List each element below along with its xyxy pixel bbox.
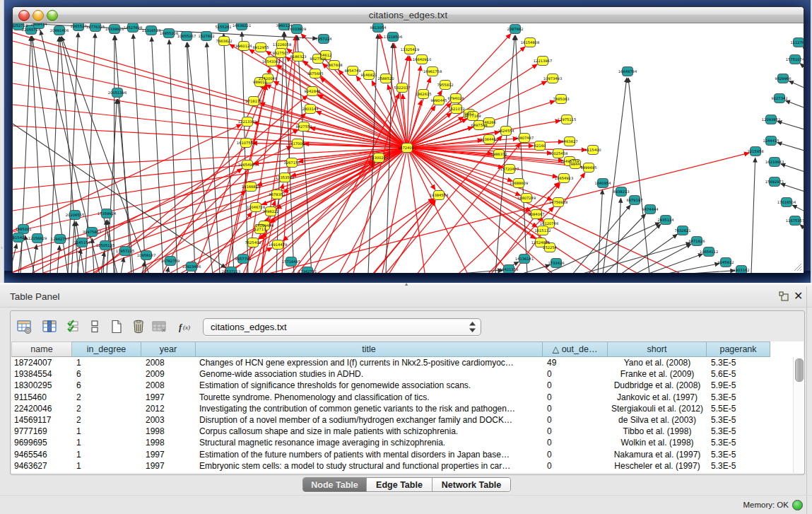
cell-title[interactable]: Corpus callosum shape and size in male p… — [196, 426, 546, 437]
column-header-short[interactable]: short — [608, 341, 707, 357]
cell-year[interactable]: 2009 — [141, 368, 200, 380]
graph-edge[interactable] — [792, 205, 804, 214]
graph-edge-selected[interactable] — [407, 113, 452, 148]
cell-year[interactable]: 1998 — [141, 437, 200, 448]
cell-pagerank[interactable]: 5.3E-5 — [707, 460, 775, 472]
graph-edge[interactable] — [781, 164, 804, 173]
cell-out_de[interactable]: 0 — [543, 414, 612, 426]
cell-short[interactable]: Dudbridge et al. (2008) — [608, 380, 707, 391]
column-header-in_degree[interactable]: in_degree — [72, 341, 141, 357]
graph-edge-selected[interactable] — [13, 148, 407, 168]
cell-in_degree[interactable]: 6 — [72, 380, 146, 391]
cell-short[interactable]: Wolkin et al. (1998) — [608, 437, 707, 448]
graph-edge[interactable] — [777, 122, 804, 131]
graph-edge[interactable] — [151, 37, 163, 273]
cell-short[interactable]: Tibbo et al. (1998) — [608, 426, 707, 437]
column-header-year[interactable]: year — [141, 341, 196, 357]
float-panel-icon[interactable] — [779, 291, 789, 302]
cell-pagerank[interactable]: 5.3E-5 — [707, 437, 775, 448]
delete-table-icon[interactable] — [151, 317, 169, 337]
table-row[interactable]: 1830029562008Estimation of significance … — [11, 380, 792, 391]
graph-edge[interactable] — [33, 245, 37, 273]
cell-title[interactable]: Disruption of a novel member of a sodium… — [196, 414, 546, 426]
cell-year[interactable]: 1997 — [141, 449, 200, 460]
cell-pagerank[interactable]: 5.3E-5 — [707, 357, 775, 368]
tab-network-table[interactable]: Network Table — [433, 478, 510, 491]
cell-title[interactable]: Estimation of significance thresholds fo… — [196, 380, 546, 391]
network-table-selector[interactable]: citations_edges.txt — [203, 318, 481, 336]
cell-name[interactable]: 19384554 — [11, 368, 75, 380]
cell-short[interactable]: de Silva et al. (2003) — [608, 414, 707, 426]
graph-edge[interactable] — [223, 33, 234, 273]
cell-title[interactable]: Structural magnetic resonance image aver… — [196, 437, 546, 448]
cell-in_degree[interactable]: 2 — [72, 414, 146, 426]
graph-edge[interactable] — [803, 47, 804, 54]
create-column-icon[interactable] — [108, 317, 126, 337]
cell-year[interactable]: 2012 — [141, 403, 200, 414]
select-rows-icon[interactable] — [65, 317, 83, 337]
column-header-out_de[interactable]: △ out_de… — [543, 341, 608, 357]
graph-edge[interactable] — [520, 265, 550, 273]
cell-short[interactable]: Nakamura et al. (1997) — [608, 449, 707, 460]
function-builder-icon[interactable]: f(x) — [177, 317, 195, 337]
cell-in_degree[interactable]: 2 — [72, 403, 146, 414]
show-columns-icon[interactable] — [41, 317, 59, 337]
cell-name[interactable]: 9699695 — [11, 437, 75, 448]
cell-pagerank[interactable]: 5.3E-5 — [707, 426, 775, 437]
graph-edge[interactable] — [169, 40, 177, 273]
delete-column-icon[interactable] — [130, 317, 148, 337]
cell-out_de[interactable]: 0 — [543, 380, 612, 391]
table-row[interactable]: 1938455462009Genome-wide association stu… — [11, 368, 792, 380]
cell-out_de[interactable]: 0 — [543, 460, 612, 472]
column-header-name[interactable]: name — [11, 341, 72, 357]
graph-edge-selected[interactable] — [13, 33, 407, 148]
graph-edge[interactable] — [789, 81, 804, 90]
table-row[interactable]: 1872400712008Changes of HCN gene express… — [11, 357, 792, 368]
network-window-titlebar[interactable]: citations_edges.txt — [13, 7, 804, 23]
cell-pagerank[interactable]: 5.9E-5 — [707, 380, 775, 391]
cell-short[interactable]: Stergiakouli et al. (2012) — [608, 403, 707, 414]
cell-out_de[interactable]: 0 — [543, 368, 612, 380]
cell-short[interactable]: Franke et al. (2009) — [608, 368, 707, 380]
graph-edge-selected[interactable] — [425, 173, 585, 273]
table-row[interactable]: 1456911722003Disruption of a novel membe… — [11, 414, 792, 426]
row-height-icon[interactable] — [86, 317, 105, 337]
cell-title[interactable]: Investigating the contribution of common… — [196, 403, 546, 414]
graph-edge-selected[interactable] — [382, 148, 407, 273]
graph-edge[interactable] — [580, 243, 690, 273]
cell-out_de[interactable]: 49 — [543, 357, 612, 368]
cell-title[interactable]: Estimation of the future numbers of pati… — [196, 449, 546, 460]
cell-year[interactable]: 1998 — [141, 426, 200, 437]
cell-name[interactable]: 14569117 — [11, 414, 75, 426]
table-options-icon[interactable] — [16, 317, 34, 337]
table-row[interactable]: 946362711997Embryonic stem cells: a mode… — [11, 460, 792, 472]
graph-edge[interactable] — [71, 221, 74, 273]
column-header-pagerank[interactable]: pagerank — [707, 341, 770, 357]
cell-out_de[interactable]: 0 — [543, 437, 612, 448]
cell-pagerank[interactable]: 5.3E-5 — [707, 449, 775, 460]
cell-year[interactable]: 2008 — [141, 357, 200, 368]
table-row[interactable]: 977716911998Corpus callosum shape and si… — [11, 426, 792, 437]
graph-edge[interactable] — [785, 100, 804, 110]
cell-pagerank[interactable]: 5.3E-5 — [707, 392, 775, 403]
tab-edge-table[interactable]: Edge Table — [367, 478, 433, 491]
table-row[interactable]: 969969511998Structural magnetic resonanc… — [11, 437, 792, 448]
memory-status-indicator[interactable] — [792, 500, 803, 510]
cell-year[interactable]: 1997 — [141, 392, 200, 403]
cell-name[interactable]: 18300295 — [11, 380, 75, 391]
graph-edge[interactable] — [777, 143, 804, 152]
cell-title[interactable]: Genome-wide association studies in ADHD. — [196, 368, 546, 380]
cell-name[interactable]: 9115460 — [11, 392, 75, 403]
cell-short[interactable]: Jankovic et al. (1997) — [608, 392, 707, 403]
cell-year[interactable]: 2003 — [141, 414, 200, 426]
cell-pagerank[interactable]: 5.3E-5 — [707, 414, 775, 426]
window-resize-grip[interactable] — [793, 262, 802, 271]
cell-title[interactable]: Changes of HCN gene expression and I(f) … — [196, 357, 546, 368]
graph-edge[interactable] — [284, 32, 294, 273]
cell-in_degree[interactable]: 1 — [72, 437, 146, 448]
cell-out_de[interactable]: 0 — [543, 426, 612, 437]
graph-edge[interactable] — [515, 35, 527, 273]
cell-name[interactable]: 9465546 — [11, 449, 75, 460]
scrollbar-thumb[interactable] — [795, 358, 804, 382]
graph-edge[interactable] — [751, 158, 755, 273]
